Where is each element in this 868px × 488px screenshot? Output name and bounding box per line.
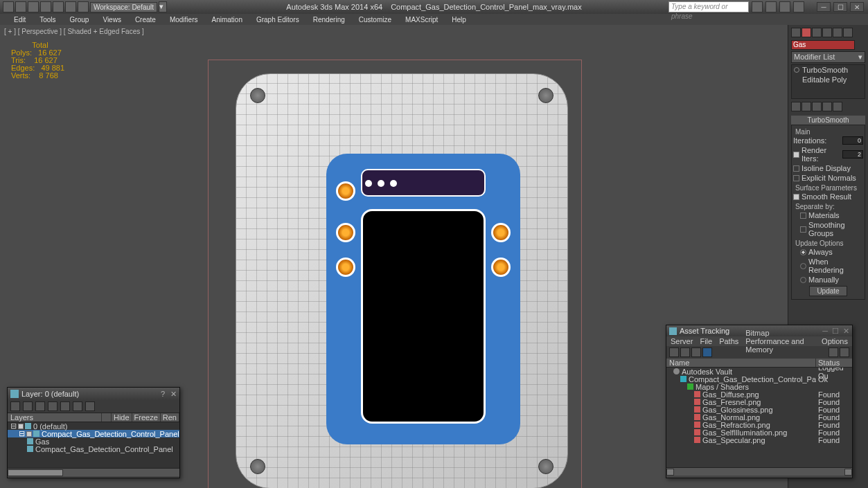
workspace-selector[interactable]: Workspace: Default bbox=[90, 2, 157, 12]
layer-close-button[interactable]: ✕ bbox=[170, 390, 177, 399]
asset-refresh-icon[interactable] bbox=[669, 347, 679, 357]
make-unique-icon[interactable] bbox=[812, 102, 822, 111]
layer-tree-item[interactable]: ⊟Compact_Gas_Detection_Control_Panel bbox=[8, 430, 179, 437]
object-name-input[interactable]: Gas bbox=[791, 40, 855, 50]
asset-tree-item[interactable]: Gas_Glossiness.pngFound bbox=[666, 406, 852, 413]
comm-center-icon[interactable] bbox=[765, 1, 777, 12]
col-layers[interactable]: Layers bbox=[8, 413, 102, 422]
layer-tree[interactable]: ⊟0 (default)⊟Compact_Gas_Detection_Contr… bbox=[8, 422, 179, 468]
update-always-radio[interactable] bbox=[800, 249, 806, 255]
asset-tree[interactable]: Autodesk VaultLogged OuCompact_Gas_Detec… bbox=[666, 368, 852, 467]
favorites-icon[interactable] bbox=[779, 1, 790, 12]
highlight-layer-icon[interactable] bbox=[60, 401, 70, 411]
asset-tree-item[interactable]: Compact_Gas_Detection_Control_Panel_max_… bbox=[666, 375, 852, 383]
col-freeze[interactable]: Freeze bbox=[132, 413, 161, 422]
asset-menu-bitmap[interactable]: Bitmap Performance and Memory bbox=[745, 329, 815, 354]
tab-motion-icon[interactable] bbox=[822, 28, 832, 37]
asset-help-icon[interactable] bbox=[840, 347, 849, 357]
tab-modify-icon[interactable] bbox=[801, 28, 811, 37]
update-button[interactable]: Update bbox=[809, 286, 847, 296]
menu-rendering[interactable]: Rendering bbox=[306, 15, 352, 25]
new-layer-icon[interactable] bbox=[10, 401, 20, 411]
layer-help-button[interactable]: ? bbox=[161, 390, 165, 399]
help-icon[interactable] bbox=[793, 1, 804, 12]
tab-create-icon[interactable] bbox=[791, 28, 801, 37]
delete-layer-icon[interactable] bbox=[23, 401, 33, 411]
select-layer-icon[interactable] bbox=[48, 401, 57, 411]
tab-display-icon[interactable] bbox=[833, 28, 842, 37]
rollout-turbosmooth-header[interactable]: TurboSmooth bbox=[791, 116, 865, 125]
asset-close-button[interactable]: ✕ bbox=[843, 327, 849, 336]
update-manually-radio[interactable] bbox=[800, 277, 806, 283]
smoothing-groups-checkbox[interactable] bbox=[800, 226, 806, 233]
col-status[interactable]: Status bbox=[816, 359, 852, 367]
asset-menu-file[interactable]: File bbox=[700, 337, 712, 345]
asset-menu-paths[interactable]: Paths bbox=[719, 337, 738, 345]
stack-item-editable-poly[interactable]: Editable Poly bbox=[792, 75, 865, 84]
remove-modifier-icon[interactable] bbox=[822, 102, 832, 111]
new-icon[interactable] bbox=[15, 1, 26, 12]
minimize-button[interactable]: ─ bbox=[817, 2, 831, 12]
layer-tree-item[interactable]: Compact_Gas_Detection_Control_Panel bbox=[8, 445, 179, 453]
asset-maximize-button[interactable]: ☐ bbox=[832, 327, 839, 336]
redo-icon[interactable] bbox=[65, 1, 76, 12]
asset-tree-item[interactable]: Maps / Shaders bbox=[666, 383, 852, 390]
freeze-layer-icon[interactable] bbox=[85, 401, 95, 411]
render-iters-checkbox[interactable] bbox=[793, 152, 799, 158]
col-render[interactable]: Ren bbox=[161, 413, 179, 422]
menu-modifiers[interactable]: Modifiers bbox=[163, 15, 205, 25]
menu-group[interactable]: Group bbox=[63, 15, 96, 25]
layer-tree-item[interactable]: Gas bbox=[8, 437, 179, 445]
asset-tracking-window[interactable]: Asset Tracking ─☐✕ Server File Paths Bit… bbox=[666, 325, 853, 478]
stack-item-turbosmooth[interactable]: TurboSmooth bbox=[792, 65, 865, 75]
layer-window-titlebar[interactable]: Layer: 0 (default) ?✕ bbox=[8, 388, 179, 400]
col-name[interactable]: Name bbox=[666, 359, 816, 367]
configure-sets-icon[interactable] bbox=[833, 102, 842, 111]
close-button[interactable]: ✕ bbox=[850, 2, 864, 12]
menu-customize[interactable]: Customize bbox=[352, 15, 398, 25]
menu-tools[interactable]: Tools bbox=[33, 15, 62, 25]
asset-h-scrollbar[interactable] bbox=[666, 467, 852, 476]
help-search-input[interactable]: Type a keyword or phrase bbox=[668, 1, 749, 12]
add-to-layer-icon[interactable] bbox=[35, 401, 45, 411]
asset-tree-item[interactable]: Gas_Refraction.pngFound bbox=[666, 421, 852, 428]
open-icon[interactable] bbox=[28, 1, 39, 12]
asset-menu-options[interactable]: Options bbox=[822, 337, 848, 345]
show-end-result-icon[interactable] bbox=[801, 102, 811, 111]
modifier-stack[interactable]: TurboSmooth Editable Poly bbox=[791, 64, 865, 99]
visibility-toggle-icon[interactable] bbox=[794, 67, 799, 73]
asset-table-icon[interactable] bbox=[691, 347, 701, 357]
pin-stack-icon[interactable] bbox=[791, 102, 801, 111]
asset-tree-item[interactable]: Gas_Normal.pngFound bbox=[666, 413, 852, 421]
asset-tree-item[interactable]: Gas_Diffuse.pngFound bbox=[666, 390, 852, 398]
explicit-normals-checkbox[interactable] bbox=[793, 175, 799, 181]
menu-views[interactable]: Views bbox=[96, 15, 128, 25]
menu-help[interactable]: Help bbox=[445, 15, 473, 25]
layer-h-scrollbar[interactable] bbox=[8, 468, 179, 476]
asset-tree-item[interactable]: Gas_Specular.pngFound bbox=[666, 436, 852, 444]
tab-utilities-icon[interactable] bbox=[843, 28, 853, 37]
asset-menu-server[interactable]: Server bbox=[671, 337, 693, 345]
isoline-checkbox[interactable] bbox=[793, 165, 799, 172]
menu-animation[interactable]: Animation bbox=[204, 15, 249, 25]
render-iters-spinner[interactable]: 2 bbox=[842, 150, 863, 159]
search-icon[interactable] bbox=[752, 1, 763, 12]
menu-maxscript[interactable]: MAXScript bbox=[398, 15, 445, 25]
hide-layer-icon[interactable] bbox=[73, 401, 82, 411]
materials-checkbox[interactable] bbox=[800, 213, 806, 219]
asset-settings-icon[interactable] bbox=[829, 347, 838, 357]
asset-tree-icon[interactable] bbox=[680, 347, 690, 357]
asset-tree-item[interactable]: Gas_Fresnel.pngFound bbox=[666, 398, 852, 406]
scroll-left-icon[interactable] bbox=[666, 469, 674, 476]
menu-edit[interactable]: Edit bbox=[7, 15, 33, 25]
update-rendering-radio[interactable] bbox=[800, 263, 806, 269]
asset-tree-item[interactable]: Autodesk VaultLogged Ou bbox=[666, 368, 852, 375]
link-icon[interactable] bbox=[78, 1, 89, 12]
undo-icon[interactable] bbox=[53, 1, 64, 12]
maximize-button[interactable]: ☐ bbox=[833, 2, 847, 12]
layer-manager-window[interactable]: Layer: 0 (default) ?✕ Layers Hide Freeze… bbox=[7, 387, 180, 478]
smooth-result-checkbox[interactable] bbox=[793, 194, 799, 200]
tab-hierarchy-icon[interactable] bbox=[812, 28, 822, 37]
viewport-label[interactable]: [ + ] [ Perspective ] [ Shaded + Edged F… bbox=[4, 28, 144, 35]
asset-highlight-icon[interactable] bbox=[702, 347, 712, 357]
